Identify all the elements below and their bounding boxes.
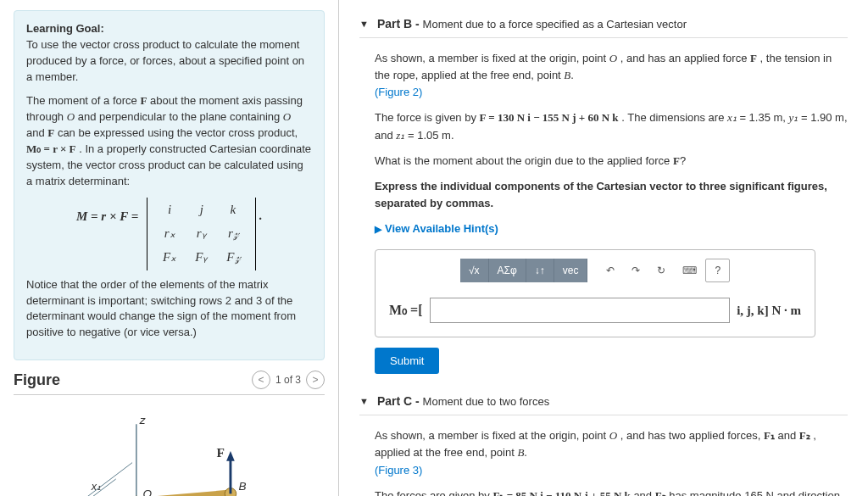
svg-text:B: B (239, 480, 247, 493)
answer-input[interactable] (430, 298, 731, 323)
submit-button[interactable]: Submit (375, 348, 439, 374)
svg-text:x₁: x₁ (91, 481, 101, 493)
svg-text:z: z (139, 414, 146, 426)
right-panel: ▼ Part B - Moment due to a force specifi… (339, 0, 868, 496)
tool-help-button[interactable]: ? (705, 259, 730, 282)
tool-subscript-button[interactable]: ↓↑ (526, 259, 554, 282)
learning-heading: Learning Goal: (26, 22, 104, 35)
svg-text:O: O (143, 488, 153, 496)
collapse-icon: ▼ (359, 19, 369, 29)
tool-symbols-button[interactable]: ΑΣφ (489, 259, 526, 282)
figure-2-link[interactable]: (Figure 2) (375, 86, 422, 98)
learning-p1: To use the vector cross product to calcu… (26, 38, 304, 83)
svg-text:F: F (217, 445, 225, 460)
svg-line-11 (75, 463, 132, 496)
pager-prev-button[interactable]: < (252, 371, 270, 389)
learning-p3: Notice that the order of the elements of… (26, 277, 312, 341)
learning-goal-box: Learning Goal: To use the vector cross p… (14, 10, 325, 360)
collapse-icon: ▼ (359, 396, 369, 406)
figure-diagram: z x y x₁ x₂ y₁ z₁ F O B (14, 409, 325, 496)
svg-marker-10 (226, 451, 235, 461)
answer-box: √x ΑΣφ ↓↑ vec ↶ ↷ ↻ ⌨ ? M₀ =[ i, j, k] N… (375, 249, 815, 337)
left-panel: Learning Goal: To use the vector cross p… (0, 0, 339, 496)
matrix-determinant: M = r × F = ijk rₓrᵧr𝓏 FₓFᵧF𝓏 . (26, 198, 312, 270)
figure-pager: < 1 of 3 > (252, 371, 325, 389)
view-hints-link[interactable]: ▶View Available Hint(s) (375, 220, 848, 237)
figure-title: Figure (14, 371, 60, 389)
figure-3-link[interactable]: (Figure 3) (375, 464, 422, 476)
part-b-body: As shown, a member is fixed at the origi… (359, 50, 848, 394)
tool-template-button[interactable]: √x (460, 259, 489, 282)
tool-keyboard-button[interactable]: ⌨ (674, 259, 705, 282)
answer-label: M₀ =[ (389, 300, 423, 321)
figure-header: Figure < 1 of 3 > (14, 371, 325, 395)
tool-redo-button[interactable]: ↷ (623, 259, 648, 282)
tool-vector-button[interactable]: vec (554, 259, 588, 282)
answer-toolbar: √x ΑΣφ ↓↑ vec ↶ ↷ ↻ ⌨ ? (376, 250, 815, 287)
tool-reset-button[interactable]: ↻ (648, 259, 674, 282)
pager-next-button[interactable]: > (306, 371, 325, 389)
part-b-instructions: Express the individual components of the… (375, 178, 848, 212)
tool-undo-button[interactable]: ↶ (598, 259, 623, 282)
part-c-header[interactable]: ▼ Part C - Moment due to two forces (359, 394, 848, 415)
answer-unit: i, j, k] N · m (737, 301, 801, 320)
part-b-header[interactable]: ▼ Part B - Moment due to a force specifi… (359, 17, 848, 38)
part-c-body: As shown, a member is fixed at the origi… (359, 427, 848, 496)
pager-text: 1 of 3 (275, 374, 301, 386)
